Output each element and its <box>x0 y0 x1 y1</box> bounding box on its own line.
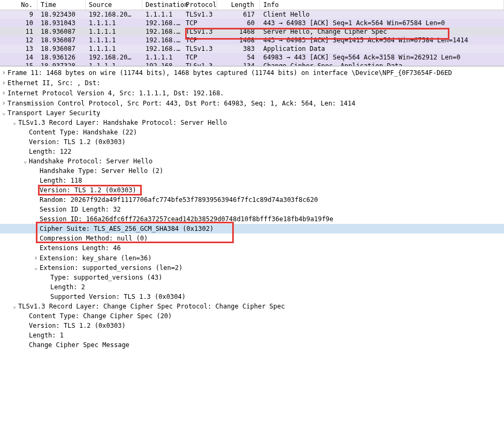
cell-protocol: TCP <box>182 53 217 62</box>
tree-frame[interactable]: Frame 11: 1468 bytes on wire (11744 bits… <box>0 67 504 78</box>
cell-time: 18.936126 <box>37 53 86 62</box>
tree-ethernet[interactable]: Ethernet II, Src: , Dst: <box>0 78 504 88</box>
tree-r2-content-type[interactable]: Content Type: Change Cipher Spec (20) <box>0 311 504 321</box>
tree-r1-content-type[interactable]: Content Type: Handshake (22) <box>0 127 504 137</box>
packet-row[interactable]: 1018.9310431.1.1.1192.168.…TCP60443 → 64… <box>0 19 504 27</box>
col-header-no[interactable]: No. <box>0 0 37 10</box>
cell-source: 1.1.1.1 <box>86 27 142 36</box>
cell-source: 192.168.20… <box>86 53 142 62</box>
chevron-right-icon[interactable] <box>0 99 7 108</box>
cell-info: 443 → 64983 [ACK] Seq=1 Ack=564 Win=6758… <box>260 19 504 27</box>
col-header-destination[interactable]: Destination <box>142 0 182 10</box>
tree-ext-supported-versions[interactable]: Extension: supported_versions (len=2) <box>0 263 504 273</box>
cell-info: Client Hello <box>260 10 504 19</box>
chevron-down-icon[interactable] <box>0 109 7 117</box>
packet-row[interactable]: 1418.936126192.168.20…1.1.1.1TCP5464983 … <box>0 53 504 62</box>
tree-tcp[interactable]: Transmission Control Protocol, Src Port:… <box>0 98 504 108</box>
cell-no: 9 <box>0 10 37 19</box>
chevron-down-icon[interactable] <box>21 157 29 166</box>
tree-hs-compression[interactable]: Compression Method: null (0) <box>0 234 504 243</box>
cell-destination: 1.1.1.1 <box>142 10 182 19</box>
cell-source: 1.1.1.1 <box>86 36 142 44</box>
chevron-right-icon[interactable] <box>32 253 40 262</box>
cell-source: 192.168.20… <box>86 10 142 19</box>
col-header-protocol[interactable]: Protocol <box>182 0 217 10</box>
cell-destination: 1.1.1.1 <box>142 53 182 62</box>
packet-row[interactable]: 1318.9360871.1.1.1192.168.…TLSv1.3383App… <box>0 44 504 53</box>
col-header-length[interactable]: Length <box>217 0 260 10</box>
cell-protocol: TLSv1.3 <box>182 44 217 53</box>
tree-sv-version[interactable]: Supported Version: TLS 1.3 (0x0304) <box>0 292 504 302</box>
chevron-right-icon[interactable] <box>0 78 7 87</box>
cell-destination: 192.168.… <box>142 44 182 53</box>
packet-row[interactable]: 1118.9360871.1.1.1192.168.…TLSv1.31468Se… <box>0 27 504 36</box>
cell-length: 60 <box>217 19 260 27</box>
tree-r2-msg[interactable]: Change Cipher Spec Message <box>0 340 504 350</box>
tree-tls[interactable]: Transport Layer Security <box>0 108 504 118</box>
tree-record1[interactable]: TLSv1.3 Record Layer: Handshake Protocol… <box>0 118 504 127</box>
cell-length: 1468 <box>217 36 260 44</box>
tree-sv-type[interactable]: Type: supported_versions (43) <box>0 273 504 282</box>
tree-hs-cipher-suite[interactable]: Cipher Suite: TLS_AES_256_GCM_SHA384 (0x… <box>0 224 504 234</box>
packet-list-header: No. Time Source Destination Protocol Len… <box>0 0 504 10</box>
col-header-time[interactable]: Time <box>37 0 86 10</box>
cell-destination: 192.168.… <box>142 19 182 27</box>
tree-hs-type[interactable]: Handshake Type: Server Hello (2) <box>0 166 504 176</box>
packet-row[interactable]: 918.923430192.168.20…1.1.1.1TLSv1.3617Cl… <box>0 10 504 19</box>
cell-length: 54 <box>217 53 260 62</box>
cell-no: 12 <box>0 36 37 44</box>
tree-ext-keyshare[interactable]: Extension: key_share (len=36) <box>0 253 504 263</box>
packet-row-partial[interactable]: 1518.9373281.1.1.1192.168.…TLSv1.3134Cha… <box>0 62 504 66</box>
tree-sv-length[interactable]: Length: 2 <box>0 282 504 292</box>
cell-source: 1.1.1.1 <box>86 44 142 53</box>
cell-time: 18.931043 <box>37 19 86 27</box>
chevron-down-icon[interactable] <box>11 118 18 127</box>
cell-no: 10 <box>0 19 37 27</box>
tree-hs-sid-length[interactable]: Session ID Length: 32 <box>0 205 504 214</box>
chevron-right-icon[interactable] <box>0 88 7 97</box>
cell-no: 11 <box>0 27 37 36</box>
tree-r1-version[interactable]: Version: TLS 1.2 (0x0303) <box>0 137 504 147</box>
cell-time: 18.936087 <box>37 36 86 44</box>
packet-list: No. Time Source Destination Protocol Len… <box>0 0 504 66</box>
cell-time: 18.923430 <box>37 10 86 19</box>
packet-row[interactable]: 1218.9360871.1.1.1192.168.…TCP1468443 → … <box>0 36 504 44</box>
tree-hs-length[interactable]: Length: 118 <box>0 176 504 185</box>
tree-r2-length[interactable]: Length: 1 <box>0 330 504 340</box>
tree-hs-random[interactable]: Random: 20267f92da49f1117706afc774bfe53f… <box>0 195 504 205</box>
cell-protocol: TLSv1.3 <box>182 10 217 19</box>
tree-r2-version[interactable]: Version: TLS 1.2 (0x0303) <box>0 321 504 330</box>
cell-no: 13 <box>0 44 37 53</box>
cell-info: Application Data <box>260 44 504 53</box>
chevron-right-icon[interactable] <box>0 68 7 77</box>
cell-info: 64983 → 443 [ACK] Seq=564 Ack=3158 Win=2… <box>260 53 504 62</box>
tree-hs-sid[interactable]: Session ID: 166a26dfc6ff726a37257cead142… <box>0 214 504 224</box>
tree-r1-length[interactable]: Length: 122 <box>0 147 504 156</box>
chevron-down-icon[interactable] <box>32 264 40 272</box>
tree-hs-version[interactable]: Version: TLS 1.2 (0x0303) <box>0 185 504 195</box>
tree-handshake[interactable]: Handshake Protocol: Server Hello <box>0 156 504 166</box>
tree-record2[interactable]: TLSv1.3 Record Layer: Change Cipher Spec… <box>0 302 504 311</box>
cell-length: 1468 <box>217 27 260 36</box>
cell-protocol: TLSv1.3 <box>182 27 217 36</box>
cell-no: 14 <box>0 53 37 62</box>
cell-source: 1.1.1.1 <box>86 19 142 27</box>
cell-destination: 192.168.… <box>142 36 182 44</box>
cell-destination: 192.168.… <box>142 27 182 36</box>
chevron-down-icon[interactable] <box>11 302 18 311</box>
cell-protocol: TCP <box>182 36 217 44</box>
cell-info: 443 → 64983 [ACK] Seq=1415 Ack=564 Win=6… <box>260 36 504 44</box>
packet-details: Frame 11: 1468 bytes on wire (11744 bits… <box>0 66 504 355</box>
tree-hs-ext-length[interactable]: Extensions Length: 46 <box>0 243 504 253</box>
cell-length: 383 <box>217 44 260 53</box>
cell-length: 617 <box>217 10 260 19</box>
cell-time: 18.936087 <box>37 44 86 53</box>
cell-time: 18.936087 <box>37 27 86 36</box>
tree-ip[interactable]: Internet Protocol Version 4, Src: 1.1.1.… <box>0 88 504 98</box>
cell-protocol: TCP <box>182 19 217 27</box>
col-header-source[interactable]: Source <box>86 0 142 10</box>
cell-info: Server Hello, Change Cipher Spec <box>260 27 504 36</box>
col-header-info[interactable]: Info <box>260 0 504 10</box>
